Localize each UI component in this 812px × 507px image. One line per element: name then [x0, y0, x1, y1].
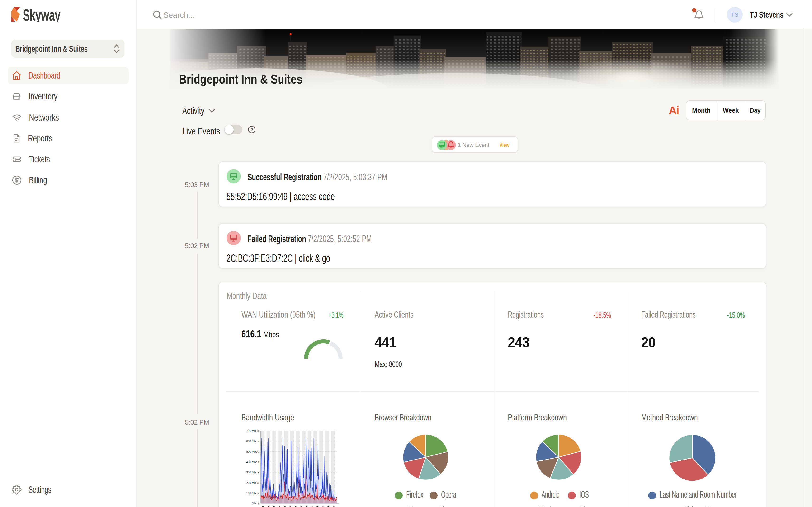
svg-text:400 Mbps: 400 Mbps — [246, 460, 259, 464]
svg-text:200 Mbps: 200 Mbps — [246, 481, 259, 485]
svg-text:T: T — [295, 506, 297, 507]
svg-text:S: S — [268, 506, 269, 507]
svg-text:500 Mbps: 500 Mbps — [246, 450, 259, 453]
svg-text:S: S — [311, 506, 313, 507]
svg-text:Skyway: Skyway — [23, 7, 61, 22]
svg-text:T: T — [317, 506, 318, 507]
svg-text:T: T — [273, 506, 275, 507]
svg-text:0 bps: 0 bps — [252, 502, 259, 505]
svg-text:T: T — [262, 506, 264, 507]
svg-text:100 Mbps: 100 Mbps — [246, 491, 259, 495]
svg-text:700 Mbps: 700 Mbps — [246, 429, 259, 433]
svg-text:300 Mbps: 300 Mbps — [246, 470, 259, 474]
svg-text:S: S — [322, 506, 324, 507]
svg-text:T: T — [306, 506, 308, 507]
svg-text:S: S — [300, 506, 302, 507]
svg-text:S: S — [333, 506, 335, 507]
svg-text:T: T — [327, 506, 329, 507]
svg-text:T: T — [284, 506, 286, 507]
svg-text:S: S — [278, 506, 280, 507]
svg-text:600 Mbps: 600 Mbps — [246, 439, 259, 443]
svg-text:?: ? — [251, 127, 253, 132]
svg-text:S: S — [289, 506, 291, 507]
svg-text:Ai: Ai — [669, 105, 679, 115]
